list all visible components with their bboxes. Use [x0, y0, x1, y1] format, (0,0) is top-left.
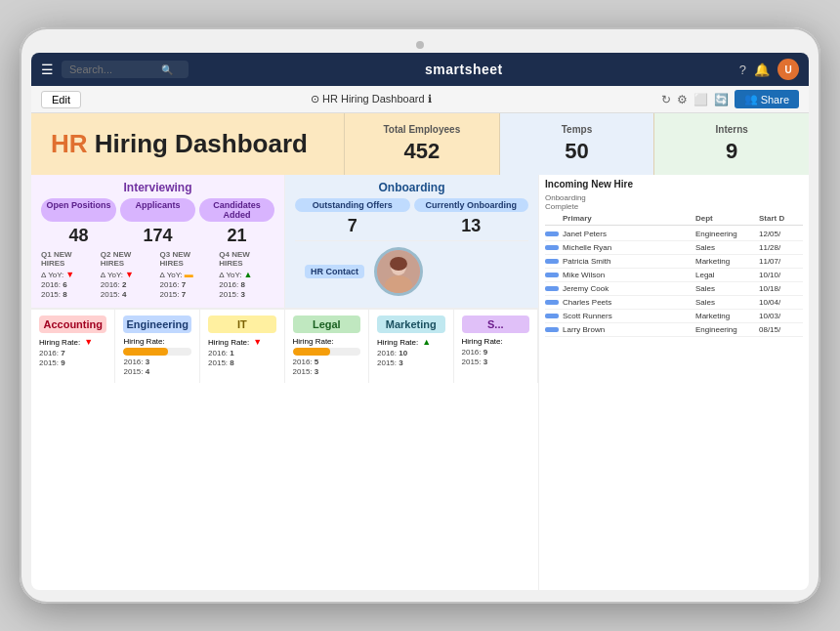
dept-marketing-name: Marketing: [377, 316, 444, 333]
search-bar[interactable]: 🔍: [62, 61, 189, 78]
status-bar: [545, 259, 559, 264]
hero-subtitle: Hiring Dashboard: [88, 129, 308, 158]
tablet-notch: [31, 41, 809, 49]
row-name: Larry Brown: [563, 325, 695, 334]
offers-pill: Outstanding Offers: [295, 198, 410, 212]
status-bar: [545, 314, 559, 318]
dept-marketing: Marketing Hiring Rate: ▲ 2016: 10 2015: …: [369, 310, 453, 383]
right-panel: Incoming New Hire OnboardingComplete Pri…: [539, 175, 809, 590]
dept-row: Accounting Hiring Rate: ▼ 2016: 7 2015: …: [31, 309, 538, 383]
offers-val: 7: [295, 216, 410, 236]
marketing-hiring-rate: Hiring Rate: ▲: [377, 337, 444, 347]
q3-arrow: ▬: [185, 270, 193, 279]
table-row: Scott Runners Marketing 10/03/: [545, 310, 803, 323]
applicants-val: 174: [120, 226, 195, 246]
row-name: Mike Wilson: [563, 271, 695, 279]
settings-icon[interactable]: ⚙: [677, 93, 688, 106]
temps-value: 50: [565, 139, 588, 164]
interviewing-section: Interviewing Open Positions Applicants C…: [31, 175, 285, 308]
row-dept: Legal: [695, 271, 759, 279]
temps-label: Temps: [562, 124, 593, 135]
interns-stat: Interns 9: [653, 113, 809, 175]
bell-icon[interactable]: 🔔: [754, 63, 770, 77]
row-name: Charles Peets: [563, 298, 695, 307]
q2-col: Q2 NEW HIRES Δ YoY:▼ 2016: 2 2015: 4: [101, 250, 156, 300]
marketing-arrow: ▲: [422, 337, 431, 347]
help-icon[interactable]: ?: [739, 63, 746, 77]
table-header: Primary Dept Start D: [545, 214, 803, 226]
row-dept: Sales: [695, 243, 759, 252]
main-body: Interviewing Open Positions Applicants C…: [31, 175, 809, 590]
accounting-hiring-rate: Hiring Rate: ▼: [39, 337, 106, 347]
interviewing-metrics-values: 48 174 21: [41, 226, 274, 246]
svg-point-3: [390, 257, 407, 271]
row-dept: Sales: [695, 284, 759, 293]
legal-hiring-rate: Hiring Rate:: [293, 337, 360, 346]
row-name: Scott Runners: [563, 312, 695, 320]
row-name: Jeremy Cook: [563, 284, 695, 293]
dept-accounting: Accounting Hiring Rate: ▼ 2016: 7 2015: …: [31, 310, 115, 383]
q3-col: Q3 NEW HIRES Δ YoY:▬ 2016: 7 2015: 7: [160, 250, 216, 300]
left-panel: Interviewing Open Positions Applicants C…: [31, 175, 539, 590]
row-dept: Marketing: [695, 257, 759, 266]
engineering-hiring-rate: Hiring Rate:: [123, 337, 191, 346]
row-date: 10/10/: [759, 271, 803, 279]
table-row: Charles Peets Sales 10/04/: [545, 296, 803, 310]
row-date: 12/05/: [759, 230, 803, 238]
legal-bar-container: [293, 348, 360, 356]
onboarding-metrics-values: 7 13: [295, 216, 528, 236]
temps-stat: Temps 50: [499, 113, 654, 175]
search-input[interactable]: [69, 63, 157, 75]
interviewing-header: Interviewing: [41, 181, 274, 194]
q4-arrow: ▲: [244, 270, 253, 279]
q1-col: Q1 NEW HIRES Δ YoY:▼ 2016: 6 2015: 8: [41, 250, 97, 300]
dept-engineering: Engineering Hiring Rate: 2016: 3 2015: 4: [115, 310, 200, 383]
row-date: 11/28/: [759, 243, 803, 252]
row-dept: Sales: [695, 298, 759, 307]
edit-button[interactable]: Edit: [41, 91, 81, 108]
share-icon: 👥: [744, 93, 758, 105]
candidates-val: 21: [199, 226, 274, 246]
row-name: Michelle Ryan: [563, 243, 695, 252]
onboarding-complete-label: OnboardingComplete: [545, 193, 803, 211]
total-employees-value: 452: [403, 139, 440, 164]
incoming-title: Incoming New Hire: [545, 179, 803, 189]
interviewing-metrics-labels: Open Positions Applicants Candidates Add…: [41, 198, 274, 222]
th-primary: Primary: [563, 214, 695, 223]
engineering-bar: [123, 348, 167, 356]
status-bar: [545, 231, 559, 236]
currently-pill: Currently Onboarding: [414, 198, 529, 212]
accounting-arrow: ▼: [84, 337, 93, 347]
refresh-icon[interactable]: ↻: [661, 93, 671, 106]
toolbar: Edit ⊙ HR Hiring Dashboard ℹ ↻ ⚙ ⬜ 🔄 👥 S…: [31, 86, 809, 113]
hr-contact-label: HR Contact: [305, 265, 364, 278]
applicants-pill: Applicants: [120, 198, 195, 222]
row-date: 08/15/: [759, 325, 803, 334]
hero-hr: HR: [51, 129, 88, 158]
engineering-bar-container: [123, 348, 191, 356]
it-hiring-rate: Hiring Rate: ▼: [208, 337, 275, 347]
row-dept: Engineering: [695, 325, 759, 334]
row-name: Patricia Smith: [563, 257, 695, 266]
th-status: [545, 214, 563, 223]
avatar[interactable]: U: [777, 59, 799, 80]
table-row: Michelle Ryan Sales 11/28/: [545, 241, 803, 255]
notch-dot: [416, 41, 424, 49]
table-row: Larry Brown Engineering 08/15/: [545, 323, 803, 337]
table-row: Jeremy Cook Sales 10/18/: [545, 282, 803, 296]
table-row: Patricia Smith Marketing 11/07/: [545, 255, 803, 269]
dept-legal-name: Legal: [293, 316, 360, 333]
hero-title-block: HR Hiring Dashboard: [31, 113, 344, 175]
dept-s: S... Hiring Rate: 2016: 9 2015: 3: [454, 310, 538, 383]
sections-row: Interviewing Open Positions Applicants C…: [31, 175, 538, 309]
reload-icon[interactable]: 🔄: [714, 93, 729, 106]
hr-avatar: [374, 247, 423, 296]
q1-arrow: ▼: [65, 270, 74, 279]
onboarding-section: Onboarding Outstanding Offers Currently …: [285, 175, 538, 308]
th-dept: Dept: [695, 214, 759, 223]
share-button[interactable]: 👥 Share: [735, 90, 799, 108]
dept-legal: Legal Hiring Rate: 2016: 5 2015: 3: [285, 310, 369, 383]
hero-title: HR Hiring Dashboard: [51, 129, 324, 159]
menu-icon[interactable]: ☰: [41, 62, 54, 77]
screen-icon[interactable]: ⬜: [693, 93, 708, 106]
